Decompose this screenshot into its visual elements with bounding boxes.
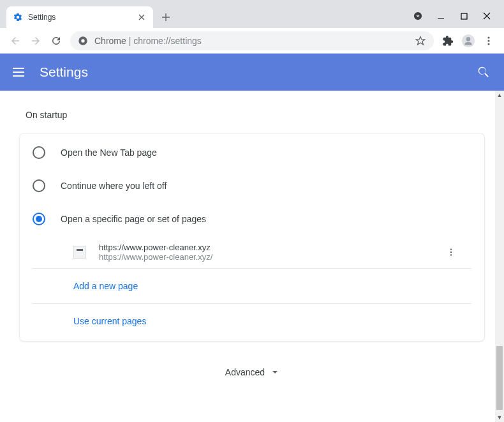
chevron-down-icon [271,368,279,376]
tab-title: Settings [28,13,137,22]
svg-rect-1 [461,13,467,19]
minimize-button[interactable] [436,11,445,20]
use-current-row: Use current pages [33,303,471,338]
page-favicon [73,246,86,259]
svg-point-6 [487,36,489,38]
gear-icon [13,12,23,22]
scroll-up-icon[interactable]: ▲ [495,91,504,100]
radio-icon [33,146,45,159]
advanced-toggle[interactable]: Advanced [0,342,504,390]
svg-point-5 [466,37,470,41]
add-page-link[interactable]: Add a new page [73,281,138,291]
option-continue[interactable]: Continue where you left off [20,169,484,202]
forward-button[interactable] [26,31,46,51]
option-label: Open the New Tab page [61,147,157,158]
option-specific-page[interactable]: Open a specific page or set of pages [20,202,484,236]
extensions-icon[interactable] [438,31,458,51]
use-current-link[interactable]: Use current pages [73,316,146,326]
add-page-row: Add a new page [33,268,471,303]
profile-icon[interactable] [458,31,478,51]
scroll-thumb[interactable] [496,346,503,410]
window-titlebar: Settings [0,0,504,28]
maximize-button[interactable] [459,11,468,20]
option-new-tab[interactable]: Open the New Tab page [20,136,484,169]
content-area: On startup Open the New Tab page Continu… [0,91,504,422]
menu-icon[interactable] [478,31,499,51]
address-bar[interactable]: Chrome | chrome://settings [70,31,434,50]
svg-point-9 [450,248,452,250]
advanced-label: Advanced [225,367,265,377]
radio-icon [33,179,45,192]
option-label: Continue where you left off [61,181,167,191]
svg-point-7 [487,40,489,41]
svg-point-11 [450,254,452,255]
option-label: Open a specific page or set of pages [61,214,206,224]
settings-header: Settings [0,54,504,91]
dropdown-icon[interactable] [413,11,422,20]
page-item-title: https://www.power-cleaner.xyz [99,243,443,252]
close-button[interactable] [482,11,491,20]
svg-point-10 [450,252,452,253]
browser-tab[interactable]: Settings [6,6,153,28]
chrome-icon [78,36,88,46]
page-title: Settings [40,64,476,80]
star-icon[interactable] [415,35,426,47]
address-text: Chrome | chrome://settings [94,36,202,46]
close-icon[interactable] [137,12,147,22]
page-item-url: https://www.power-cleaner.xyz/ [99,252,443,262]
window-controls [413,11,504,28]
radio-icon [33,213,45,225]
svg-point-8 [487,43,489,45]
more-icon[interactable] [443,245,459,260]
svg-point-3 [81,39,84,42]
startup-page-row: https://www.power-cleaner.xyz https://ww… [33,236,471,268]
hamburger-icon[interactable] [13,64,28,80]
reload-button[interactable] [46,31,66,51]
scrollbar[interactable]: ▲ ▼ [495,91,504,422]
browser-toolbar: Chrome | chrome://settings [0,28,504,54]
scroll-down-icon[interactable]: ▼ [495,413,504,422]
startup-card: Open the New Tab page Continue where you… [19,133,485,342]
new-tab-button[interactable] [157,8,175,26]
section-title: On startup [26,110,504,120]
search-icon[interactable] [476,64,491,80]
back-button[interactable] [5,31,26,51]
